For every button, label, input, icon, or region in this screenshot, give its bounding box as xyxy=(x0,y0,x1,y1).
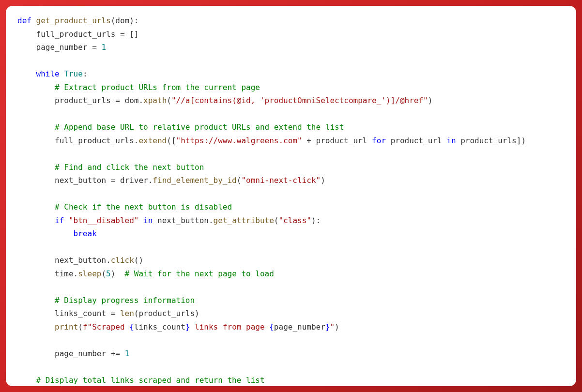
code-content: def get_product_urls(dom): full_product_… xyxy=(17,16,526,386)
code-card: def get_product_urls(dom): full_product_… xyxy=(6,6,576,386)
code-block[interactable]: def get_product_urls(dom): full_product_… xyxy=(17,15,565,386)
